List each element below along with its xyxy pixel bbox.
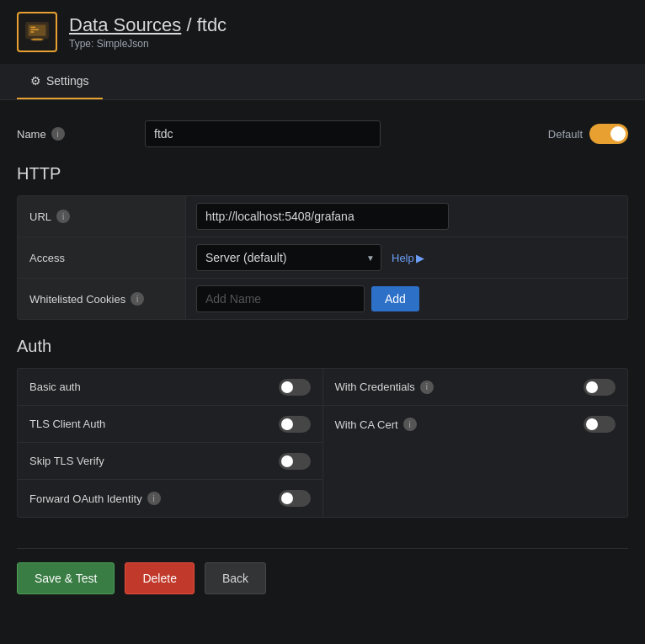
default-label: Default xyxy=(548,128,583,141)
cookies-info-icon[interactable]: i xyxy=(131,292,144,306)
with-ca-cert-info-icon[interactable]: i xyxy=(403,418,417,431)
auth-grid: Basic auth TLS Client Auth Skip TLS Veri… xyxy=(17,368,628,518)
auth-section-title: Auth xyxy=(17,337,628,356)
auth-skip-tls-row: Skip TLS Verify xyxy=(18,443,322,480)
auth-basic-auth-row: Basic auth xyxy=(18,369,322,406)
auth-with-ca-cert-row: With CA Cert i xyxy=(323,406,628,443)
access-row: Access Server (default) Browser Help ▶ xyxy=(18,237,627,279)
with-credentials-label: With Credentials i xyxy=(335,381,434,394)
default-area: Default xyxy=(548,124,628,144)
http-section-title: HTTP xyxy=(17,164,628,184)
url-label-cell: URL i xyxy=(18,196,186,237)
skip-tls-label: Skip TLS Verify xyxy=(29,455,104,467)
with-ca-cert-toggle[interactable] xyxy=(584,416,616,433)
forward-oauth-text: Forward OAuth Identity xyxy=(29,492,142,505)
tab-settings[interactable]: ⚙ Settings xyxy=(17,64,103,99)
http-section-box: URL i Access Server (default) Browser xyxy=(17,195,628,320)
with-ca-cert-text: With CA Cert xyxy=(335,418,398,431)
url-info-icon[interactable]: i xyxy=(56,210,70,223)
forward-oauth-info-icon[interactable]: i xyxy=(147,492,161,505)
help-chevron-icon: ▶ xyxy=(416,252,424,264)
default-toggle[interactable] xyxy=(589,124,628,144)
cookies-value-cell: Add xyxy=(186,279,627,319)
page-title: Data Sources / ftdc xyxy=(69,14,227,36)
tab-settings-label: Settings xyxy=(46,74,89,88)
auth-right-col: With Credentials i With CA Cert i xyxy=(323,369,628,517)
with-ca-cert-label: With CA Cert i xyxy=(335,418,417,431)
header-title-group: Data Sources / ftdc Type: SimpleJson xyxy=(69,14,227,50)
name-label: Name xyxy=(17,128,46,141)
forward-oauth-toggle[interactable] xyxy=(279,490,311,507)
access-value-cell: Server (default) Browser Help ▶ xyxy=(186,237,627,278)
help-link[interactable]: Help ▶ xyxy=(392,252,424,264)
page-header: Data Sources / ftdc Type: SimpleJson xyxy=(0,0,645,64)
tabs-bar: ⚙ Settings xyxy=(0,64,645,100)
tls-auth-label: TLS Client Auth xyxy=(29,418,105,430)
url-label: URL xyxy=(29,210,51,223)
access-label: Access xyxy=(29,252,65,264)
with-credentials-text: With Credentials xyxy=(335,381,415,393)
save-test-button[interactable]: Save & Test xyxy=(17,562,115,594)
access-select-wrapper: Server (default) Browser xyxy=(196,244,381,271)
help-label: Help xyxy=(392,252,414,264)
bottom-buttons: Save & Test Delete Back xyxy=(17,548,628,608)
access-select[interactable]: Server (default) Browser xyxy=(196,244,381,271)
add-cookie-button[interactable]: Add xyxy=(371,286,419,311)
auth-tls-row: TLS Client Auth xyxy=(18,406,322,443)
cookies-input[interactable] xyxy=(196,285,365,312)
basic-auth-text: Basic auth xyxy=(29,381,81,393)
svg-rect-1 xyxy=(29,25,46,36)
basic-auth-toggle[interactable] xyxy=(279,379,311,396)
cookies-row: Whitelisted Cookies i Add xyxy=(18,279,627,319)
breadcrumb-link[interactable]: Data Sources xyxy=(69,14,181,35)
auth-with-credentials-row: With Credentials i xyxy=(323,369,628,406)
settings-icon: ⚙ xyxy=(30,74,41,88)
datasource-type: Type: SimpleJson xyxy=(69,38,227,50)
with-credentials-toggle[interactable] xyxy=(584,379,616,396)
basic-auth-label: Basic auth xyxy=(29,381,81,393)
skip-tls-toggle[interactable] xyxy=(279,453,311,470)
delete-button[interactable]: Delete xyxy=(125,562,194,594)
cookies-label: Whitelisted Cookies xyxy=(29,293,125,306)
name-input[interactable] xyxy=(145,120,381,147)
name-row: Name i Default xyxy=(17,120,628,147)
back-button[interactable]: Back xyxy=(205,562,266,594)
tls-auth-toggle[interactable] xyxy=(279,416,311,433)
skip-tls-text: Skip TLS Verify xyxy=(29,455,104,467)
url-value-cell xyxy=(186,196,627,237)
datasource-name: ftdc xyxy=(197,14,227,35)
name-label-group: Name i xyxy=(17,127,135,141)
url-row: URL i xyxy=(18,196,627,237)
url-input[interactable] xyxy=(196,203,449,230)
forward-oauth-label: Forward OAuth Identity i xyxy=(29,492,161,505)
auth-left-col: Basic auth TLS Client Auth Skip TLS Veri… xyxy=(18,369,323,517)
name-info-icon[interactable]: i xyxy=(51,127,65,141)
auth-forward-oauth-row: Forward OAuth Identity i xyxy=(18,480,322,517)
breadcrumb-separator: / xyxy=(186,14,196,35)
cookies-label-cell: Whitelisted Cookies i xyxy=(18,279,186,319)
datasource-icon xyxy=(17,12,57,52)
main-content: Name i Default HTTP URL i Access xyxy=(0,100,645,628)
with-credentials-info-icon[interactable]: i xyxy=(420,381,434,394)
access-label-cell: Access xyxy=(18,237,186,278)
tls-auth-text: TLS Client Auth xyxy=(29,418,105,430)
